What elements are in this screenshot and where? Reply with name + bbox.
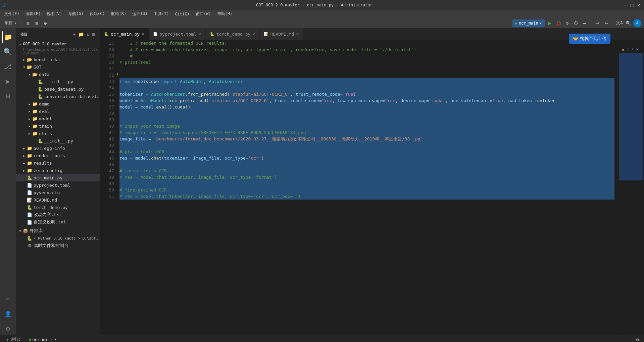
python-icon: 🐍 — [27, 236, 32, 241]
folder-icon: 📁 — [27, 168, 32, 173]
tree-temp-files[interactable]: 🖥 临时文件和控制台 — [16, 242, 100, 249]
menu-help[interactable]: 帮助(H) — [214, 10, 235, 17]
git-icon[interactable]: ⎇ — [2, 60, 14, 73]
lightbulb-icon[interactable]: 💡 — [117, 72, 119, 78]
tree-torch-demo[interactable]: 🐍 torch_demo.py — [16, 204, 100, 211]
tree-base-dataset[interactable]: 🐍 base_dataset.py — [16, 85, 100, 93]
tree-render-tools[interactable]: ▸ 📁 render_tools — [16, 152, 100, 159]
tree-python-sdk[interactable]: 🐍 < Python 3.10 (got) > D:\softwareData\… — [16, 234, 100, 242]
tree-pyvenv[interactable]: 📄 pyvenv.cfg — [16, 189, 100, 196]
undo-button[interactable]: ↩ — [594, 19, 601, 27]
tree-ocr-main[interactable]: 🐍 ocr_main.py — [16, 174, 100, 181]
tree-root[interactable]: ▾ GOT-OCR-2.0-master — [16, 40, 100, 48]
settings-gear-icon[interactable]: ⚙ — [2, 323, 14, 335]
more-run-button[interactable]: ⋯ — [581, 19, 588, 27]
search-icon[interactable]: 🔍 — [2, 46, 14, 58]
redo-button[interactable]: ↪ — [603, 19, 610, 27]
tab-readme-label: README.md — [270, 32, 294, 37]
debug-button[interactable]: 🐞 — [555, 19, 562, 27]
columns-icon[interactable]: ≡ — [33, 19, 40, 27]
menu-window[interactable]: 窗口(W) — [193, 10, 214, 17]
account-icon[interactable]: 👤 — [2, 308, 14, 320]
project-dropdown[interactable]: 项目 ▾ — [3, 19, 18, 27]
translate-button[interactable]: 文A — [616, 19, 623, 27]
tab-readme[interactable]: 📝 README.md ✕ — [260, 28, 303, 40]
tab-close-readme[interactable]: ✕ — [296, 31, 299, 37]
tab-ocr-main[interactable]: 🐍 ocr_main.py ✕ — [100, 28, 149, 40]
tree-conv-dataset[interactable]: 🐍 conversation_dataset_qwen.py — [16, 93, 100, 100]
py-file-icon: 🐍 — [27, 175, 32, 180]
run-config-dropdown[interactable]: ▶ ocr_main ▾ — [512, 19, 545, 27]
tree-train[interactable]: ▸ 📁 train — [16, 122, 100, 130]
tree-external-libs[interactable]: ▾ 📦 外部库 — [16, 227, 100, 234]
toml-tab-icon: 📄 — [153, 32, 158, 36]
warning-indicators: ▲ 3 ⚡ 5 — [622, 47, 638, 51]
code-line-31 — [119, 66, 614, 72]
folder-icon: 📂 — [32, 72, 38, 77]
maximize-button[interactable]: □ — [629, 2, 635, 8]
settings-panel-icon[interactable]: ⚙ — [634, 336, 641, 342]
code-line-35: tokenizer = AutoTokenizer.from_pretraine… — [119, 91, 614, 97]
settings-icon[interactable]: ⚙ — [42, 19, 49, 27]
refresh-icon[interactable]: ↻ — [86, 31, 90, 38]
code-line-50: # fine-grained OCR: — [119, 187, 614, 193]
menu-file[interactable]: 文件(F) — [1, 10, 22, 17]
tree-init2[interactable]: 🐍 __init__.py — [16, 137, 100, 144]
close-button[interactable]: ✕ — [636, 2, 641, 8]
code-editor[interactable]: # # render the formatted OCR results: # … — [117, 40, 617, 335]
code-line-45: res = model.chat(tokenizer, image_file, … — [119, 155, 614, 161]
tab-close-torch[interactable]: ✕ — [252, 31, 255, 37]
tree-changes[interactable]: 📄 改动内容.txt — [16, 211, 100, 218]
new-folder-icon[interactable]: 📁 — [78, 31, 85, 38]
folder-icon: 📁 — [32, 109, 38, 114]
minimize-button[interactable]: ─ — [623, 2, 628, 8]
tree-model[interactable]: ▸ 📁 model — [16, 115, 100, 122]
run-config-chevron: ▾ — [540, 21, 542, 26]
profile-button[interactable]: ⏱ — [572, 19, 580, 27]
tab-close-pyproject[interactable]: ✕ — [198, 31, 201, 37]
coverage-button[interactable]: ⊙ — [563, 19, 571, 27]
tree-data[interactable]: ▾ 📂 data — [16, 71, 100, 78]
tab-close-ocr-main[interactable]: ✕ — [142, 31, 144, 37]
tab-torch-demo[interactable]: 🐍 torch_demo.py ✕ — [206, 28, 260, 40]
code-line-42: image_file = 'benchmarks/format_doc_benc… — [119, 136, 614, 142]
search-everywhere-button[interactable]: 🔍 — [625, 19, 632, 27]
drag-upload-popup[interactable]: 🤝 拖拽至此上传 — [569, 40, 610, 44]
explorer-icon[interactable]: 📁 — [2, 31, 14, 43]
menu-navigate[interactable]: 导航(G) — [65, 10, 86, 17]
menu-edit[interactable]: 编辑(E) — [23, 10, 44, 17]
tree-results[interactable]: ▸ 📁 results — [16, 159, 100, 167]
tree-demo[interactable]: ▸ 📁 demo — [16, 100, 100, 108]
menu-code[interactable]: 代码(C) — [87, 10, 108, 17]
py-file-icon: 🐍 — [38, 79, 43, 84]
tree-custom-desc[interactable]: 📄 自定义说明.txt — [16, 218, 100, 226]
collapse-icon[interactable]: ⊟ — [92, 31, 96, 38]
tree-zero-config[interactable]: ▸ 📁 zero_config — [16, 167, 100, 174]
tree-got[interactable]: ▾ 📂 GOT — [16, 63, 100, 71]
menu-tools[interactable]: 工具(T) — [151, 10, 172, 17]
run-tab[interactable]: ▶ 运行: — [3, 335, 25, 342]
run-button[interactable]: ▶ — [546, 19, 553, 27]
tree-init1[interactable]: 🐍 __init__.py — [16, 78, 100, 85]
menu-git[interactable]: Git(G) — [172, 11, 192, 17]
run-debug-icon[interactable]: ▶ — [2, 75, 14, 87]
menu-view[interactable]: 视图(V) — [44, 10, 65, 17]
remote-icon[interactable]: ⌒ — [2, 293, 14, 305]
menu-run[interactable]: 运行(U) — [130, 10, 150, 17]
tree-pyproject[interactable]: 📄 pyproject.toml — [16, 181, 100, 189]
tree-utils[interactable]: ▸ 📁 utils — [16, 130, 100, 137]
close-tab-icon[interactable]: ✕ — [54, 337, 57, 342]
new-file-icon[interactable]: + — [72, 31, 76, 38]
tree-eval[interactable]: ▸ 📁 eval — [16, 108, 100, 115]
run-config-tab[interactable]: ● ocr_main ✕ — [25, 336, 60, 342]
tree-egg-info[interactable]: ▸ 📁 GOT.egg-info — [16, 144, 100, 152]
tree-benchmarks[interactable]: ▸ 📂 benchmarks — [16, 56, 100, 63]
menu-refactor[interactable]: 重构(R) — [108, 10, 129, 17]
tree-readme[interactable]: 📝 README.md — [16, 196, 100, 204]
tab-pyproject[interactable]: 📄 pyproject.toml ✕ — [149, 28, 206, 40]
extensions-icon[interactable]: ⊞ — [2, 90, 14, 102]
user-icon[interactable]: A — [633, 19, 641, 27]
layout-icon[interactable]: ⊞ — [24, 19, 32, 27]
run-config-icon: ● — [29, 338, 31, 341]
title-left: J — [3, 2, 6, 8]
